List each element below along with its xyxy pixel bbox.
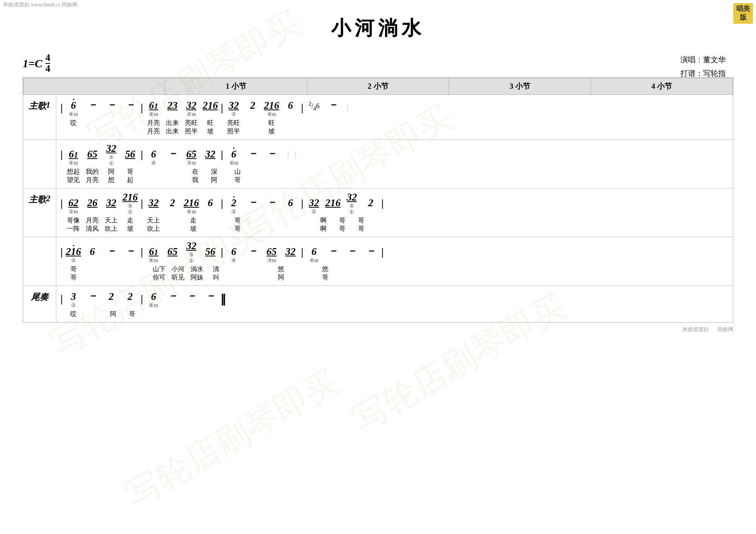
v2r2-dash4-top: － [328, 244, 338, 258]
note-32a-chord: ②m [187, 111, 196, 117]
v2-32b-chord [153, 209, 155, 215]
singer-name: 董文华 [703, 56, 726, 64]
v2-6d-top: 6 [288, 197, 293, 209]
score-wrapper: 1 小节 2 小节 3 小节 4 小节 主歌1 | 6 ⑥m － [23, 77, 733, 323]
outro-label: 尾奏 [23, 286, 56, 322]
lv2-zou: 走坡 [121, 216, 139, 233]
verse1-lyrics-line1: 哎 月亮月亮 出来出来 亮旺照半 旺坡 [56, 119, 733, 138]
v2r2-dash5-top: － [347, 244, 357, 258]
note2-dash2-top: － [248, 147, 258, 160]
lv2-a: 啊啊 [314, 216, 333, 233]
lyric2-ge: 哥起 [121, 168, 139, 184]
outro-3-chord: ② [71, 302, 76, 309]
lyric2-axiang-text: 阿想 [108, 168, 115, 184]
v2r2-dash2-top: － [125, 244, 135, 258]
v2-2c-top: 2 [231, 197, 237, 209]
verse2-row1: 主歌2 | 62 ②m 26 32 [23, 188, 733, 237]
watermark-5: 写轮店刷琴即买 [118, 359, 347, 518]
lyric-liangwang1-text: 亮旺照半 [185, 119, 198, 136]
header-measure-4: 4 小节 [591, 78, 733, 94]
note-6-top: 6 [71, 100, 76, 111]
lv2r2-youge-text: 悠哥 [322, 265, 328, 282]
note2-65b-chord: ③m [187, 160, 196, 166]
v2-6d-chord [290, 209, 291, 215]
dash3-top: － [125, 98, 135, 111]
note-23: 23 [163, 100, 182, 117]
key-info: 1=C 4 4 演唱：董文华 打谱：写轮指 [23, 53, 733, 74]
v2-216c-chord [332, 209, 334, 215]
lv2r2-shanxia-text: 山下你可 [153, 265, 166, 282]
note2-dash3: － [262, 147, 281, 166]
outro-notes: | 3 ② － 2 2 [56, 287, 733, 310]
lyric2-shen-text: 深阿 [211, 168, 217, 184]
note-61-chord: ⑥m [149, 111, 158, 117]
note2-dash: － [163, 147, 182, 166]
note-6-dot: 6 ⑥m [64, 100, 83, 117]
lyric-ai-text: 哎 [70, 119, 77, 127]
lv2-gege: 哥哥 [228, 216, 247, 233]
lyric-wang1: 旺坡 [201, 119, 220, 136]
v2r2-32b-chord [290, 258, 291, 264]
final-barline: ‖ [220, 292, 227, 306]
v2-32b-top: 32 [149, 197, 159, 209]
lv2r2-shanxia: 山下你可 [150, 265, 169, 282]
credits: 演唱：董文华 打谱：写轮指 [680, 53, 726, 80]
lv2-zou-text: 走坡 [127, 216, 133, 233]
v2r2-dash6: － [361, 244, 380, 264]
lyric2-shan-text: 山哥 [234, 168, 241, 184]
barline-v2r2-1: | [59, 246, 64, 258]
lyric2-wode: 我的月亮 [83, 168, 102, 184]
lyric-ai: 哎 [64, 119, 83, 127]
verse2-notes-line1: | 62 ②m 26 32 216 ⑤① [56, 190, 733, 216]
badge-line2: 版 [736, 13, 750, 22]
v2-2: 2 [163, 197, 182, 215]
singer-credit: 演唱：董文华 [680, 53, 726, 66]
v2r2-dash5: － [342, 244, 361, 264]
verse1-row1: 主歌1 | 6 ⑥m － － [23, 95, 733, 140]
time-top: 4 [45, 53, 50, 64]
note2-56-chord [129, 160, 131, 166]
v2-2c-chord: ② [231, 209, 236, 215]
verse1-notes-line2: | 61 ⑥m 65 32 ⑤① 56 [56, 141, 733, 168]
lv2-a-text: 啊啊 [320, 216, 327, 233]
v2-32-top: 32 [106, 197, 116, 209]
badge-line1: 唱美 [736, 5, 750, 13]
lv2-gege3-text: 哥哥 [358, 216, 364, 233]
site-header: 本曲谱源自 www.btm8.cn 同曲网 [3, 2, 77, 8]
outro-dash2-top: － [167, 289, 178, 302]
v2-32d-chord: ⑤① [349, 203, 354, 215]
lyric-wang1-text: 旺坡 [207, 119, 214, 136]
v2r2-dash4-chord [332, 258, 334, 264]
note2-dash2: － [243, 147, 262, 166]
outro-dash3-top: － [186, 289, 197, 302]
lv2r2-gege: 哥哥 [64, 265, 83, 282]
v2-2d: 2 [361, 197, 380, 215]
v2-216b-chord: ⑥m [187, 209, 196, 215]
lv2r2-qing-text: 清叫 [213, 265, 219, 282]
lv2-tianshang2: 天上吹上 [144, 216, 163, 233]
lyric2-xiangqi-text: 想起望见 [67, 168, 80, 184]
v2r2-65b-top: 65 [266, 246, 277, 258]
lyric2-zai-text: 在我 [192, 168, 198, 184]
lyric-outro-ai: 哎 [64, 310, 83, 318]
v2r2-6-chord [91, 258, 93, 264]
lyric2-shen: 深阿 [204, 168, 223, 184]
lyric-liangwang1: 亮旺照半 [182, 119, 201, 136]
v2r2-216-top: 216 [66, 246, 81, 258]
v2-216-top: 216 [122, 191, 138, 203]
barline-v2-3: | [220, 197, 224, 209]
v2-6d: 6 [281, 197, 300, 215]
outro-dash1-top: － [87, 289, 98, 302]
lv2-yueLiang-text: 月亮清风 [86, 216, 99, 233]
lyric2-shan: 山哥 [228, 168, 247, 184]
lv2-tianshang-text: 天上吹上 [105, 216, 118, 233]
v2r2-dash2-chord [129, 258, 131, 264]
v2r2-6b-top: 6 [231, 246, 237, 258]
v2-32d-top: 32 [347, 191, 357, 203]
lv2-gege-text: 哥哥 [234, 216, 241, 233]
note-61-top: 61 [149, 100, 158, 111]
barline-v2r2-3: | [220, 246, 224, 258]
v2-dash2: － [262, 195, 281, 215]
lyric-wang2-text: 旺坡 [268, 119, 275, 136]
outro-6: 6 ⑥m [144, 291, 163, 309]
